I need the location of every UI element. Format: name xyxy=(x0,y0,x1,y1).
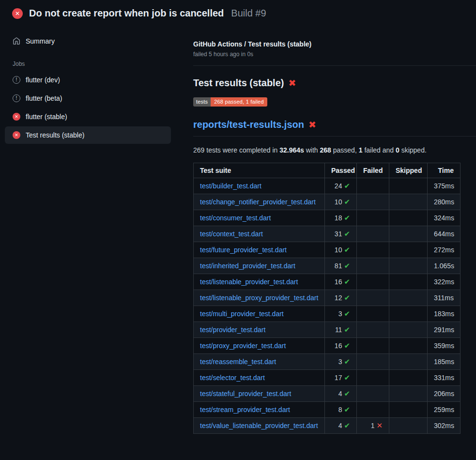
failed-cell xyxy=(357,370,389,386)
column-header-test-suite: Test suite xyxy=(194,163,325,178)
failed-cell xyxy=(357,306,389,322)
failed-cell xyxy=(357,194,389,210)
home-icon xyxy=(13,37,20,45)
skipped-cell xyxy=(389,322,428,338)
suite-link[interactable]: test/multi_provider_test.dart xyxy=(200,310,284,318)
sidebar-item-label: flutter (beta) xyxy=(26,94,62,102)
suite-link[interactable]: test/builder_test.dart xyxy=(200,182,261,190)
results-table: Test suite Passed Failed Skipped Time te… xyxy=(193,163,461,434)
skipped-cell xyxy=(389,290,428,306)
page-title: Do not create report when job is cancell… xyxy=(29,8,224,19)
page-header: ✕ Do not create report when job is cance… xyxy=(0,0,476,26)
summary-passed-count: 268 xyxy=(320,146,331,154)
suite-link[interactable]: test/stream_provider_test.dart xyxy=(200,406,290,414)
passed-cell: 12✔ xyxy=(325,290,357,306)
check-icon: ✔ xyxy=(344,198,350,206)
check-icon: ✔ xyxy=(344,214,350,222)
check-icon: ✔ xyxy=(344,421,350,429)
table-header-row: Test suite Passed Failed Skipped Time xyxy=(194,163,461,178)
cross-mark-icon: ✖ xyxy=(288,78,296,88)
table-row: test/reassemble_test.dart 3✔ 185ms xyxy=(194,354,461,370)
check-icon: ✔ xyxy=(344,341,350,350)
skipped-cell xyxy=(389,402,428,418)
cross-mark-icon: ✖ xyxy=(308,120,316,129)
divider xyxy=(193,136,476,137)
sidebar-item-flutter-stable[interactable]: ✕ flutter (stable) xyxy=(5,108,171,125)
sidebar-item-test-results-stable[interactable]: ✕ Test results (stable) xyxy=(5,126,171,144)
build-number: Build #9 xyxy=(231,8,266,19)
summary-text: passed, xyxy=(331,146,359,154)
suite-link[interactable]: test/listenable_proxy_provider_test.dart xyxy=(200,294,318,302)
passed-cell: 16✔ xyxy=(325,338,357,354)
column-header-failed: Failed xyxy=(357,163,389,178)
check-icon: ✔ xyxy=(344,373,350,382)
failed-cell xyxy=(357,178,389,194)
table-row: test/value_listenable_provider_test.dart… xyxy=(194,418,461,434)
suite-link[interactable]: test/value_listenable_provider_test.dart xyxy=(200,422,318,429)
passed-cell: 10✔ xyxy=(325,194,357,210)
passed-cell: 3✔ xyxy=(325,306,357,322)
suite-link[interactable]: test/listenable_provider_test.dart xyxy=(200,278,298,286)
skipped-cell xyxy=(389,258,428,274)
suite-link[interactable]: test/selector_test.dart xyxy=(200,374,265,382)
sidebar-item-summary[interactable]: Summary xyxy=(5,32,171,50)
failed-status-icon: ✕ xyxy=(13,113,20,121)
table-row: test/context_test.dart 31✔ 644ms xyxy=(194,226,461,242)
sidebar-item-flutter-dev[interactable]: ! flutter (dev) xyxy=(5,71,171,89)
column-header-passed: Passed xyxy=(325,163,357,178)
check-icon: ✔ xyxy=(344,309,350,318)
suite-link[interactable]: test/inherited_provider_test.dart xyxy=(200,262,295,270)
check-icon: ✔ xyxy=(344,357,350,366)
check-icon: ✔ xyxy=(344,405,350,414)
time-cell: 311ms xyxy=(428,290,461,306)
table-row: test/listenable_proxy_provider_test.dart… xyxy=(194,290,461,306)
suite-link[interactable]: test/provider_test.dart xyxy=(200,326,265,334)
table-row: test/change_notifier_provider_test.dart … xyxy=(194,194,461,210)
time-cell: 272ms xyxy=(428,242,461,258)
check-icon: ✔ xyxy=(344,230,350,238)
suite-link[interactable]: test/stateful_provider_test.dart xyxy=(200,390,291,398)
suite-link[interactable]: test/reassemble_test.dart xyxy=(200,358,276,366)
check-icon: ✔ xyxy=(344,245,350,254)
suite-link[interactable]: test/future_provider_test.dart xyxy=(200,246,287,254)
test-summary-line: 269 tests were completed in 32.964s with… xyxy=(193,145,461,155)
suite-link[interactable]: test/change_notifier_provider_test.dart xyxy=(200,198,316,206)
time-cell: 644ms xyxy=(428,226,461,242)
report-heading: reports/test-results.json ✖ xyxy=(193,119,461,130)
jobs-section-label: Jobs xyxy=(5,51,171,71)
passed-cell: 16✔ xyxy=(325,274,357,290)
column-header-skipped: Skipped xyxy=(389,163,428,178)
time-cell: 324ms xyxy=(428,210,461,226)
skipped-cell xyxy=(389,242,428,258)
suite-link[interactable]: test/consumer_test.dart xyxy=(200,214,271,222)
table-row: test/listenable_provider_test.dart 16✔ 3… xyxy=(194,274,461,290)
report-file-link[interactable]: reports/test-results.json xyxy=(193,119,304,130)
check-icon: ✔ xyxy=(344,277,350,286)
table-row: test/proxy_provider_test.dart 16✔ 359ms xyxy=(194,338,461,354)
skipped-cell xyxy=(389,274,428,290)
failed-cell xyxy=(357,242,389,258)
table-row: test/consumer_test.dart 18✔ 324ms xyxy=(194,210,461,226)
table-row: test/inherited_provider_test.dart 81✔ 1.… xyxy=(194,258,461,274)
failed-cell xyxy=(357,274,389,290)
time-cell: 259ms xyxy=(428,402,461,418)
failed-cell xyxy=(357,322,389,338)
divider xyxy=(193,65,476,66)
summary-text: skipped. xyxy=(399,146,427,154)
failed-cell xyxy=(357,402,389,418)
tests-badge: tests 268 passed, 1 failed xyxy=(193,97,267,107)
suite-link[interactable]: test/context_test.dart xyxy=(200,230,263,238)
suite-link[interactable]: test/proxy_provider_test.dart xyxy=(200,342,286,350)
failed-cell xyxy=(357,226,389,242)
skipped-cell xyxy=(389,194,428,210)
failed-cell xyxy=(357,386,389,402)
sidebar-item-flutter-beta[interactable]: ! flutter (beta) xyxy=(5,90,171,107)
summary-skipped-count: 0 xyxy=(396,146,399,154)
summary-text: with xyxy=(304,146,320,154)
time-cell: 185ms xyxy=(428,354,461,370)
neutral-status-icon: ! xyxy=(13,94,20,102)
passed-cell: 17✔ xyxy=(325,370,357,386)
column-header-time: Time xyxy=(428,163,461,178)
content-layout: Summary Jobs ! flutter (dev) ! flutter (… xyxy=(0,26,476,434)
failed-cell xyxy=(357,354,389,370)
